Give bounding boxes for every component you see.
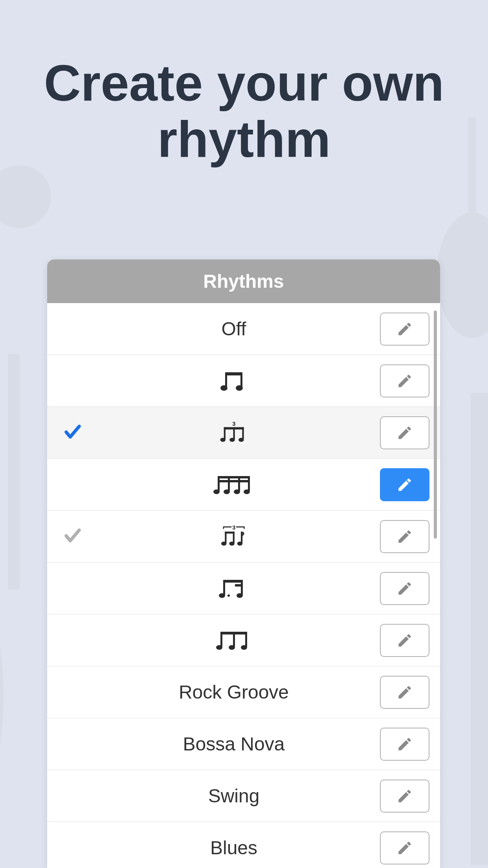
svg-point-49 [241, 645, 247, 650]
svg-point-2 [437, 212, 488, 338]
scroll-indicator[interactable] [434, 311, 437, 539]
svg-point-42 [227, 594, 230, 597]
edit-button[interactable] [380, 780, 429, 813]
edit-button[interactable] [380, 520, 429, 553]
svg-rect-13 [233, 427, 235, 439]
rhythm-note-icon [90, 577, 377, 600]
checkmark-icon [55, 422, 90, 443]
svg-text:3: 3 [232, 526, 236, 531]
edit-col [377, 416, 432, 449]
svg-point-41 [237, 593, 243, 598]
edit-button[interactable] [380, 313, 429, 346]
svg-point-24 [213, 489, 220, 494]
bg-clarinet-decoration [457, 393, 488, 786]
svg-point-30 [221, 541, 227, 545]
edit-col [377, 313, 432, 346]
rhythm-row[interactable] [47, 355, 440, 407]
rhythm-row[interactable]: 3 [47, 511, 440, 563]
edit-button[interactable] [380, 468, 429, 501]
svg-point-8 [220, 385, 227, 391]
rhythm-label: Rock Groove [90, 681, 377, 703]
svg-rect-3 [468, 118, 476, 236]
rhythm-row[interactable] [47, 614, 440, 666]
svg-rect-7 [240, 372, 242, 387]
svg-rect-45 [233, 632, 235, 647]
edit-col [377, 364, 432, 397]
edit-col [377, 624, 432, 657]
svg-point-0 [0, 165, 51, 228]
rhythm-row[interactable]: Blues [47, 822, 440, 868]
rhythm-note-icon: 3 [90, 422, 377, 444]
svg-point-17 [238, 438, 244, 441]
svg-text:3: 3 [232, 422, 236, 427]
svg-rect-12 [224, 427, 226, 439]
svg-rect-21 [228, 476, 230, 491]
edit-col [377, 468, 432, 501]
svg-rect-33 [225, 531, 235, 533]
rhythm-note-icon [90, 629, 377, 651]
edit-col [377, 728, 432, 761]
svg-rect-22 [238, 476, 240, 491]
rhythm-row[interactable]: Swing [47, 770, 440, 822]
svg-point-25 [224, 489, 230, 494]
svg-rect-36 [223, 580, 243, 583]
bg-guitar-decoration [433, 118, 488, 354]
edit-col [377, 831, 432, 864]
svg-rect-34 [241, 531, 242, 543]
svg-point-35 [237, 541, 242, 545]
svg-point-27 [244, 489, 250, 494]
rhythm-row[interactable]: Rock Groove [47, 666, 440, 718]
bg-harp-decoration [0, 590, 51, 826]
rhythm-row[interactable]: Bossa Nova [47, 718, 440, 770]
svg-point-48 [229, 645, 235, 650]
edit-button[interactable] [380, 624, 429, 657]
rhythms-panel: Rhythms Off33Rock GrooveBossa NovaSwingB… [47, 259, 440, 868]
svg-rect-14 [242, 427, 244, 439]
svg-rect-6 [225, 372, 227, 387]
bg-horn-decoration [0, 157, 59, 275]
rhythm-label: Bossa Nova [90, 733, 377, 755]
rhythm-note-icon: 3 [90, 526, 377, 548]
svg-rect-23 [248, 476, 250, 491]
rhythms-list: Off33Rock GrooveBossa NovaSwingBlues [47, 303, 440, 868]
svg-point-9 [236, 385, 243, 391]
edit-button[interactable] [380, 831, 429, 864]
rhythm-label: Swing [90, 785, 377, 807]
bg-violin-decoration [0, 354, 43, 550]
svg-rect-5 [225, 372, 242, 375]
edit-button[interactable] [380, 364, 429, 397]
edit-button[interactable] [380, 416, 429, 449]
svg-rect-1 [8, 354, 20, 590]
svg-rect-19 [218, 480, 250, 482]
edit-col [377, 780, 432, 813]
svg-rect-46 [245, 632, 247, 647]
svg-point-15 [220, 438, 226, 441]
svg-point-16 [229, 438, 235, 441]
rhythm-note-icon [90, 474, 377, 496]
rhythm-row[interactable] [47, 459, 440, 511]
edit-button[interactable] [380, 728, 429, 761]
edit-col [377, 676, 432, 709]
rhythm-label: Off [90, 318, 377, 340]
rhythm-note-icon [90, 370, 377, 392]
rhythm-row[interactable]: Off [47, 303, 440, 355]
edit-col [377, 520, 432, 553]
svg-point-26 [234, 489, 240, 494]
svg-point-47 [216, 645, 222, 650]
panel-title: Rhythms [47, 259, 440, 303]
edit-button[interactable] [380, 572, 429, 605]
edit-button[interactable] [380, 676, 429, 709]
svg-rect-20 [218, 476, 220, 491]
checkmark-icon [55, 526, 90, 547]
rhythm-row[interactable]: 3 [47, 407, 440, 459]
svg-point-32 [229, 541, 235, 545]
svg-rect-44 [220, 632, 222, 647]
svg-rect-38 [223, 580, 225, 595]
svg-rect-18 [218, 476, 250, 478]
rhythm-row[interactable] [47, 563, 440, 614]
svg-rect-4 [471, 393, 488, 865]
svg-point-40 [219, 593, 225, 598]
rhythm-label: Blues [90, 837, 377, 859]
page-headline: Create your own rhythm [0, 0, 488, 199]
svg-rect-39 [241, 580, 243, 595]
